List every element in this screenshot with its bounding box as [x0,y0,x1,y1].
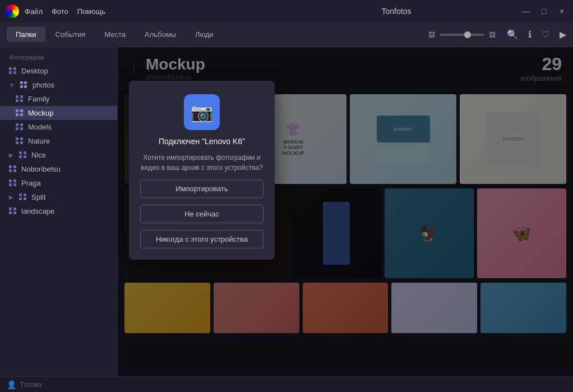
zoom-in-icon: 🖼 [489,31,496,39]
dialog-description: Хотите импортировать фотографии и видео … [140,153,264,173]
nav-tabs: Папки События Места Альбомы Люди [7,27,223,42]
statusbar: 👤 Готово [0,376,573,392]
minimize-button[interactable]: — [520,7,532,16]
not-now-button[interactable]: Не сейчас [140,205,264,223]
window-controls: — □ × [520,7,567,16]
tab-albums[interactable]: Альбомы [136,27,185,42]
chevron-right-icon: ▶ [9,152,13,158]
chevron-right-icon2: ▶ [9,194,13,200]
app-title: Tonfotos [272,7,520,16]
menu-photo[interactable]: Фото [52,7,68,16]
sidebar-item-mockup[interactable]: Mockup [0,106,117,120]
zoom-slider[interactable]: 🖼 🖼 [428,31,496,39]
sidebar-item-noboribetsu[interactable]: Noboribetsu [0,162,117,176]
sidebar: Фотографии Desktop ▼ photos Family Mocku… [0,47,118,376]
tab-events[interactable]: События [47,27,95,42]
sidebar-item-models[interactable]: Models [0,120,117,134]
import-dialog: 📷 Подключен "Lenovo K6" Хотите импортиро… [129,81,275,260]
tab-folders[interactable]: Папки [7,27,45,42]
tab-people[interactable]: Люди [186,27,223,42]
zoom-out-icon: 🖼 [428,31,435,39]
main-layout: Фотографии Desktop ▼ photos Family Mocku… [0,47,573,376]
menu-bar: Файл Фото Помощь [25,7,272,16]
tab-places[interactable]: Места [95,27,135,42]
content-area: ⋮ Mockup photos\Mockup 29 изображений 👚 … [118,47,573,376]
sidebar-item-nice[interactable]: ▶ Nice [0,148,117,162]
close-button[interactable]: × [556,7,567,16]
sidebar-item-family[interactable]: Family [0,92,117,106]
favorite-icon[interactable]: ♡ [542,29,549,40]
never-button[interactable]: Никогда с этого устройства [140,230,264,248]
sidebar-item-praga[interactable]: Praga [0,176,117,190]
slideshow-icon[interactable]: ▶ [560,29,566,40]
toolbar-actions: 🔍 ℹ ♡ ▶ [507,29,566,40]
sidebar-item-nature[interactable]: Nature [0,134,117,148]
sidebar-item-landscape[interactable]: landscape [0,204,117,218]
status-icon: 👤 [7,380,16,389]
menu-help[interactable]: Помощь [77,7,105,16]
toolbar: Папки События Места Альбомы Люди 🖼 🖼 🔍 ℹ… [0,22,573,47]
status-text: Готово [21,381,41,389]
import-button[interactable]: Импортировать [140,179,264,198]
camera-icon: 📷 [184,94,220,130]
dialog-overlay: 📷 Подключен "Lenovo K6" Хотите импортиро… [118,47,573,376]
sidebar-section-label: Фотографии [0,52,117,64]
sidebar-item-split[interactable]: ▶ Split [0,190,117,204]
menu-file[interactable]: Файл [25,7,43,16]
sidebar-item-desktop[interactable]: Desktop [0,64,117,78]
search-icon[interactable]: 🔍 [507,29,518,40]
chevron-down-icon: ▼ [9,82,15,88]
sidebar-item-photos[interactable]: ▼ photos [0,78,117,92]
dialog-title: Подключен "Lenovo K6" [159,137,245,146]
maximize-button[interactable]: □ [538,7,549,16]
info-icon[interactable]: ℹ [528,29,532,40]
slider-thumb[interactable] [464,31,471,38]
titlebar: Файл Фото Помощь Tonfotos — □ × [0,0,573,22]
slider-track[interactable] [440,34,484,36]
app-logo [6,4,19,18]
